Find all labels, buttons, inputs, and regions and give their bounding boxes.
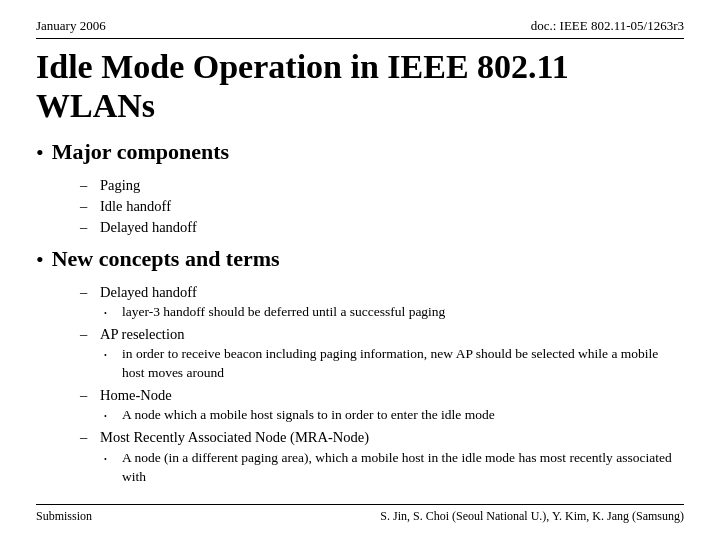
footer-submission: Submission <box>36 509 92 524</box>
dash-5: – <box>80 324 94 344</box>
dash-item-idle-handoff-text: Idle handoff <box>100 196 171 216</box>
dash-item-delayed-handoff: – Delayed handoff <box>80 217 684 237</box>
dash-item-ap-reselection-text: AP reselection <box>100 324 184 344</box>
dot-item-delayed-child-text: layer-3 handoff should be deferred until… <box>122 303 445 322</box>
bullet-dot-1: • <box>36 140 44 166</box>
dash-6: – <box>80 385 94 405</box>
footer-authors: S. Jin, S. Choi (Seoul National U.), Y. … <box>380 509 684 524</box>
dash-item-idle-handoff: – Idle handoff <box>80 196 684 216</box>
sub-items-2: – Delayed handoff • layer-3 handoff shou… <box>80 282 684 489</box>
dash-item-home-node: – Home-Node <box>80 385 684 405</box>
dash-item-mra-node: – Most Recently Associated Node (MRA-Nod… <box>80 427 684 447</box>
dot-item-home-child: • A node which a mobile host signals to … <box>104 406 684 425</box>
major-bullet-1-label: Major components <box>52 139 229 165</box>
dot-4: • <box>104 454 116 465</box>
dash-3: – <box>80 217 94 237</box>
dash-item-delayed-handoff-2-text: Delayed handoff <box>100 282 197 302</box>
dot-item-mra-child-text: A node (in a different paging area), whi… <box>122 449 684 487</box>
dot-2: • <box>104 350 116 361</box>
dot-item-ap-child: • in order to receive beacon including p… <box>104 345 684 383</box>
dot-item-mra-child: • A node (in a different paging area), w… <box>104 449 684 487</box>
dash-item-delayed-handoff-2: – Delayed handoff <box>80 282 684 302</box>
dot-1: • <box>104 308 116 319</box>
sub-items-1: – Paging – Idle handoff – Delayed handof… <box>80 175 684 239</box>
dot-item-home-child-text: A node which a mobile host signals to in… <box>122 406 495 425</box>
major-bullet-1: • Major components <box>36 139 684 166</box>
sub-sub-mra: • A node (in a different paging area), w… <box>104 449 684 487</box>
dot-item-ap-child-text: in order to receive beacon including pag… <box>122 345 684 383</box>
header-doc: doc.: IEEE 802.11-05/1263r3 <box>531 18 684 34</box>
dash-item-home-node-text: Home-Node <box>100 385 172 405</box>
dash-item-ap-reselection: – AP reselection <box>80 324 684 344</box>
dash-item-paging: – Paging <box>80 175 684 195</box>
dash-7: – <box>80 427 94 447</box>
header-date: January 2006 <box>36 18 106 34</box>
slide-footer: Submission S. Jin, S. Choi (Seoul Nation… <box>36 504 684 524</box>
slide-content: • Major components – Paging – Idle hando… <box>36 139 684 504</box>
sub-sub-home: • A node which a mobile host signals to … <box>104 406 684 425</box>
major-bullet-2: • New concepts and terms <box>36 246 684 273</box>
dash-1: – <box>80 175 94 195</box>
dash-4: – <box>80 282 94 302</box>
dot-3: • <box>104 411 116 422</box>
slide-header: January 2006 doc.: IEEE 802.11-05/1263r3 <box>36 18 684 39</box>
dash-item-delayed-handoff-text: Delayed handoff <box>100 217 197 237</box>
slide-title: Idle Mode Operation in IEEE 802.11 WLANs <box>36 47 684 125</box>
sub-sub-delayed: • layer-3 handoff should be deferred unt… <box>104 303 684 322</box>
dash-item-mra-node-text: Most Recently Associated Node (MRA-Node) <box>100 427 369 447</box>
major-bullet-2-label: New concepts and terms <box>52 246 280 272</box>
dash-item-paging-text: Paging <box>100 175 140 195</box>
sub-sub-ap: • in order to receive beacon including p… <box>104 345 684 383</box>
bullet-dot-2: • <box>36 247 44 273</box>
slide: January 2006 doc.: IEEE 802.11-05/1263r3… <box>0 0 720 540</box>
dot-item-delayed-child: • layer-3 handoff should be deferred unt… <box>104 303 684 322</box>
dash-2: – <box>80 196 94 216</box>
